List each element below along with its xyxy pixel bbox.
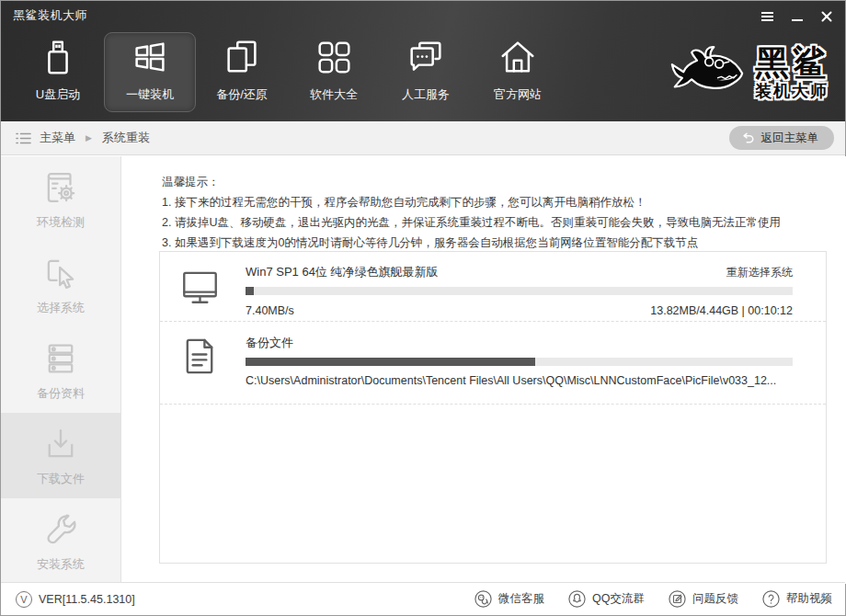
- brand-line2: 装机大师: [755, 83, 830, 99]
- tips-title: 温馨提示：: [162, 172, 781, 192]
- home-icon: [497, 36, 539, 78]
- brand-wordmark: 黑鲨 装机大师: [755, 46, 830, 99]
- app-title: 黑鲨装机大师: [13, 7, 87, 24]
- chat-service-icon: [405, 36, 447, 78]
- menu-icon[interactable]: [760, 11, 774, 23]
- version-label: VER[11.5.45.1310]: [39, 593, 135, 606]
- help-icon: [761, 589, 781, 609]
- help-video-link[interactable]: 帮助视频: [761, 589, 832, 609]
- footer-link-label: QQ交流群: [592, 591, 645, 607]
- qq-group-link[interactable]: QQ交流群: [567, 589, 645, 609]
- download-icon: [41, 425, 80, 463]
- backup-progress-bar: [246, 358, 793, 366]
- sidebar-label: 安装系统: [37, 556, 85, 573]
- qq-icon: [567, 589, 587, 609]
- system-progress-fill: [246, 287, 254, 295]
- breadcrumb-bar: 主菜单 ▶ 系统重装 返回主菜单: [1, 121, 845, 155]
- sidebar-label: 备份资料: [37, 385, 85, 402]
- file-icon: [178, 335, 222, 378]
- download-size-time: 13.82MB/4.44GB | 00:10:12: [650, 304, 793, 317]
- sidebar-item-install-system[interactable]: 安装系统: [1, 498, 120, 584]
- server-stack-icon: [41, 339, 80, 378]
- wechat-icon: [474, 589, 493, 609]
- main-nav: U盘启动 一键装机 备份/还原 软件大全: [12, 32, 564, 112]
- list-icon: [16, 131, 31, 145]
- window-controls: [760, 9, 833, 23]
- nav-item-one-key-install[interactable]: 一键装机: [104, 32, 196, 112]
- feedback-link[interactable]: 问题反馈: [668, 589, 738, 609]
- sidebar-item-download-files[interactable]: 下载文件: [1, 413, 120, 498]
- download-row-system: Win7 SP1 64位 纯净绿色旗舰最新版 重新选择系统 7.40MB/s 1…: [160, 252, 826, 322]
- nav-label: 备份/还原: [216, 86, 268, 103]
- usb-drive-icon: [37, 36, 79, 78]
- select-cursor-icon: [41, 254, 80, 292]
- sidebar-label: 选择系统: [37, 300, 85, 316]
- main-content: 温馨提示： 1. 接下来的过程无需您的干预，程序会帮助您自动完成剩下的步骤，您可…: [122, 156, 846, 584]
- copy-icon: [221, 36, 263, 78]
- footer-link-label: 微信客服: [498, 591, 544, 607]
- sidebar-item-env-check[interactable]: 环境检测: [1, 156, 120, 242]
- undo-arrow-icon: [741, 131, 755, 145]
- breadcrumb-root[interactable]: 主菜单: [40, 130, 75, 146]
- nav-item-software[interactable]: 软件大全: [288, 32, 380, 112]
- return-main-menu-label: 返回主菜单: [761, 131, 819, 146]
- tips-block: 温馨提示： 1. 接下来的过程无需您的干预，程序会帮助您自动完成剩下的步骤，您可…: [162, 172, 781, 253]
- version-icon: V: [16, 591, 32, 608]
- footer-links: 微信客服 QQ交流群 问题反馈: [474, 589, 832, 609]
- sidebar-item-backup-data[interactable]: 备份资料: [1, 327, 120, 413]
- sidebar-label: 下载文件: [37, 471, 85, 487]
- wrench-icon: [41, 510, 80, 549]
- reselect-system-link[interactable]: 重新选择系统: [726, 265, 793, 280]
- feedback-icon: [668, 589, 687, 609]
- nav-label: 一键装机: [126, 86, 174, 103]
- nav-label: 人工服务: [402, 86, 450, 103]
- windows-icon: [129, 36, 171, 78]
- version-block: V VER[11.5.45.1310]: [16, 591, 135, 608]
- brand-logo: 黑鲨 装机大师: [667, 32, 830, 113]
- backup-progress-fill: [246, 358, 535, 366]
- backup-title: 备份文件: [246, 335, 293, 351]
- titlebar: 黑鲨装机大师: [1, 1, 845, 30]
- breadcrumb-current: 系统重装: [102, 130, 150, 146]
- system-progress-bar: [246, 287, 793, 295]
- tips-line-1: 1. 接下来的过程无需您的干预，程序会帮助您自动完成剩下的步骤，您可以离开电脑稍…: [162, 192, 781, 212]
- nav-label: U盘启动: [36, 86, 80, 103]
- sidebar-item-select-system[interactable]: 选择系统: [1, 242, 120, 327]
- steps-sidebar: 环境检测 选择系统 备份资料 下载文件 安装系统: [1, 156, 121, 584]
- tips-line-2: 2. 请拔掉U盘、移动硬盘，退出光驱内的光盘，并保证系统重装过程不断电。否则重装…: [162, 212, 781, 233]
- shark-logo-icon: [667, 38, 748, 108]
- app-window: 黑鲨装机大师 U盘启动: [0, 0, 846, 616]
- backup-file-path: C:\Users\Administrator\Documents\Tencent…: [246, 374, 793, 387]
- nav-label: 软件大全: [310, 86, 358, 103]
- close-icon[interactable]: [819, 11, 833, 23]
- nav-item-website[interactable]: 官方网站: [472, 32, 564, 112]
- breadcrumb-arrow-icon: ▶: [86, 133, 92, 143]
- apps-grid-icon: [313, 36, 355, 78]
- nav-item-service[interactable]: 人工服务: [380, 32, 472, 112]
- monitor-icon: [178, 266, 222, 309]
- status-bar: V VER[11.5.45.1310] 微信客服 QQ交流群: [1, 582, 845, 615]
- return-main-menu-button[interactable]: 返回主菜单: [729, 126, 835, 150]
- download-row-backup: 备份文件 C:\Users\Administrator\Documents\Te…: [160, 322, 826, 405]
- footer-link-label: 问题反馈: [692, 591, 738, 607]
- header: 黑鲨装机大师 U盘启动: [1, 1, 845, 121]
- wechat-support-link[interactable]: 微信客服: [474, 589, 544, 609]
- tips-line-3: 3. 如果遇到下载速度为0的情况时请耐心等待几分钟，服务器会自动根据您当前网络位…: [162, 233, 781, 253]
- brand-line1: 黑鲨: [755, 46, 830, 80]
- nav-item-usb-boot[interactable]: U盘启动: [12, 32, 104, 112]
- env-check-icon: [41, 168, 80, 207]
- download-panel: Win7 SP1 64位 纯净绿色旗舰最新版 重新选择系统 7.40MB/s 1…: [159, 251, 827, 564]
- sidebar-label: 环境检测: [37, 214, 85, 231]
- download-speed: 7.40MB/s: [246, 304, 294, 317]
- footer-link-label: 帮助视频: [786, 591, 832, 607]
- system-title: Win7 SP1 64位 纯净绿色旗舰最新版: [246, 264, 439, 280]
- nav-item-backup-restore[interactable]: 备份/还原: [196, 32, 288, 112]
- nav-label: 官方网站: [494, 86, 542, 103]
- minimize-icon[interactable]: [790, 11, 804, 23]
